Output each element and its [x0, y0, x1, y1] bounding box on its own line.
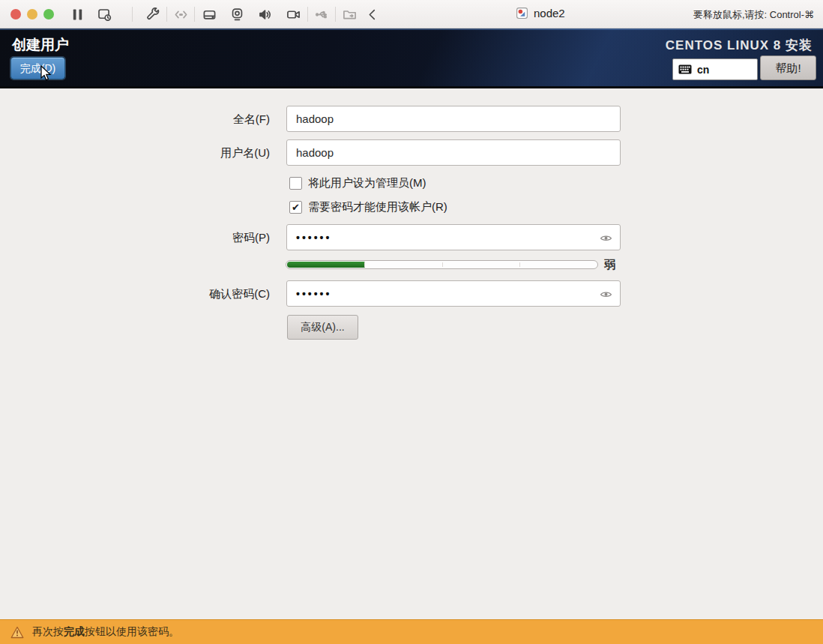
toolbar-separator: [335, 7, 336, 22]
warning-icon: [10, 626, 24, 639]
vm-window-titlebar: node2 要释放鼠标,请按: Control-⌘: [0, 0, 823, 28]
password-strength-label: 弱: [604, 258, 615, 272]
warning-bar: 再次按完成按钮以使用该密码。: [0, 619, 823, 644]
admin-checkbox-label: 将此用户设为管理员(M): [308, 176, 426, 190]
password-label: 密码(P): [0, 231, 270, 245]
password-masked-value: ••••••: [296, 232, 331, 244]
speaker-icon[interactable]: [256, 6, 273, 22]
usb-icon[interactable]: [313, 6, 330, 22]
vm-document-icon: [516, 7, 528, 19]
wrench-icon[interactable]: [145, 6, 161, 22]
strength-divider: [519, 262, 520, 267]
help-button[interactable]: 帮助!: [760, 55, 816, 80]
zoom-window-button[interactable]: [43, 9, 54, 19]
release-mouse-hint: 要释放鼠标,请按: Control-⌘: [693, 8, 814, 22]
password-strength-bar: [286, 260, 598, 269]
toolbar-separator: [194, 7, 195, 22]
keyboard-layout-value: cn: [697, 64, 709, 76]
checkmark-icon: ✔: [292, 202, 300, 212]
username-value: hadoop: [296, 146, 334, 159]
vm-title-group: node2: [516, 7, 565, 19]
pause-icon[interactable]: [69, 6, 85, 22]
keyboard-icon: [678, 64, 692, 74]
warning-text: 再次按完成按钮以使用该密码。: [32, 625, 179, 639]
reveal-password-icon[interactable]: [600, 232, 612, 244]
done-button[interactable]: 完成(D): [10, 57, 65, 79]
username-input[interactable]: hadoop: [286, 139, 621, 166]
advanced-button[interactable]: 高级(A)...: [287, 315, 358, 340]
minimize-window-button[interactable]: [27, 9, 37, 19]
mouse-cursor: [40, 65, 55, 82]
keyboard-layout-selector[interactable]: cn: [672, 58, 758, 80]
strength-divider: [442, 262, 443, 267]
close-window-button[interactable]: [10, 9, 21, 19]
confirm-password-label: 确认密码(C): [0, 287, 270, 301]
strength-divider: [364, 262, 365, 267]
toolbar-separator: [307, 7, 308, 22]
toolbar-separator: [166, 7, 167, 22]
password-input[interactable]: ••••••: [286, 224, 621, 250]
disk-icon[interactable]: [201, 6, 217, 22]
shared-folder-icon[interactable]: [341, 6, 358, 22]
vm-title: node2: [534, 7, 565, 19]
fullname-input[interactable]: hadoop: [286, 106, 621, 132]
confirm-password-input[interactable]: ••••••: [286, 280, 621, 307]
username-label: 用户名(U): [0, 146, 270, 160]
page-title: 创建用户: [12, 35, 69, 55]
toolbar-separator: [132, 7, 133, 22]
confirm-password-masked-value: ••••••: [296, 288, 331, 300]
chevron-left-icon[interactable]: [364, 6, 381, 22]
password-strength-fill: [287, 262, 365, 268]
require-password-checkbox-row[interactable]: ✔ 需要密码才能使用该帐户(R): [289, 200, 447, 214]
snapshot-icon[interactable]: [96, 6, 112, 22]
fullname-value: hadoop: [296, 112, 334, 125]
product-title: CENTOS LINUX 8 安装: [666, 37, 813, 54]
require-password-checkbox-label: 需要密码才能使用该帐户(R): [308, 200, 447, 214]
require-password-checkbox[interactable]: ✔: [289, 201, 302, 214]
installer-header: 创建用户 完成(D) CENTOS LINUX 8 安装 cn 帮助!: [0, 28, 823, 88]
admin-checkbox-row[interactable]: 将此用户设为管理员(M): [289, 176, 426, 190]
reveal-confirm-password-icon[interactable]: [600, 288, 612, 301]
webcam-icon[interactable]: [229, 6, 245, 22]
admin-checkbox[interactable]: [289, 177, 302, 190]
video-camera-icon[interactable]: [285, 6, 301, 22]
fullname-label: 全名(F): [0, 112, 270, 127]
code-icon[interactable]: [172, 6, 189, 22]
